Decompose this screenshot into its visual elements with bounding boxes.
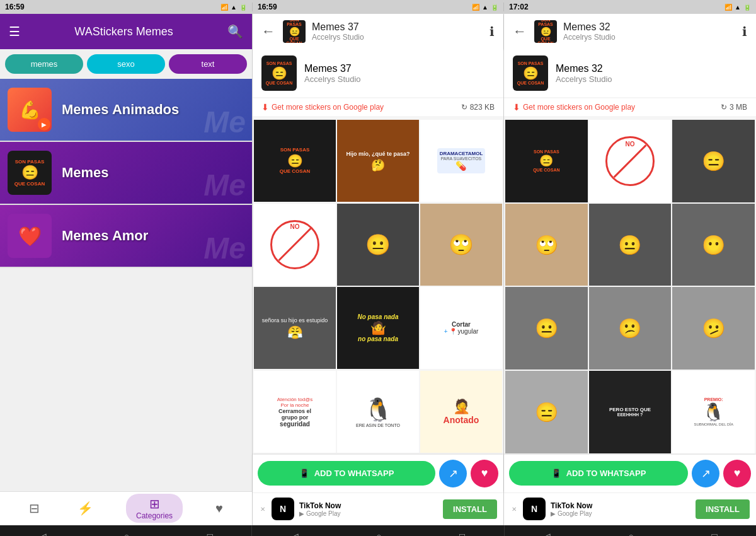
sticker-cell[interactable]: SON PASAS 😑 QUE COSAN [254,120,336,202]
android-nav-left: ◁ ○ □ [0,525,252,536]
back-arrow-right[interactable]: ← [513,23,527,40]
status-left: 16:59 📶 ▲ 🔋 [0,3,252,11]
home-btn-right[interactable]: ○ [623,528,639,536]
mid-download-link[interactable]: ⬇ Get more stickers on Google play [261,102,454,112]
main-content: ☰ WAStickers Memes 🔍 memes sexo text 💪 ▶ [0,14,756,525]
home-btn-left[interactable]: ○ [119,528,135,536]
refresh-icon-mid: ↻ [461,103,467,112]
right-add-wa-button[interactable]: 📱 ADD TO WHATSAPP [509,461,688,486]
sticker-cell[interactable]: 😑 [672,120,755,202]
sticker-cell[interactable]: Hijo mío, ¿qué te pasa? 🤔 [337,120,419,202]
mid-big-thumb: SON PASAS 😑 QUE COSAN [261,55,297,91]
nav-item-fav[interactable]: ♥ [210,499,228,518]
recents-btn-left[interactable]: □ [202,528,218,536]
left-panel: ☰ WAStickers Memes 🔍 memes sexo text 💪 ▶ [0,14,252,525]
mid-ad-close[interactable]: ✕ [259,504,266,514]
sticker-cell[interactable]: Atención tod@s Por la noche Cerramos el … [254,371,336,453]
sticker-cell[interactable]: 🙄 [420,204,502,286]
nav-item-home[interactable]: ⊟ [24,498,45,518]
nav-item-categories[interactable]: ⊞ Categories [126,494,183,523]
mid-ad-icon: N [272,498,294,520]
mid-sticker-grid: SON PASAS 😑 QUE COSAN Hijo mío, ¿qué te … [253,119,503,455]
sticker-cell[interactable]: 🤦 Anotado [420,371,502,453]
sticker-cell[interactable]: 😐 [589,204,672,286]
recents-btn-mid[interactable]: □ [454,528,470,536]
app-title: WAStickers Memes [74,25,173,38]
cat-btn-memes[interactable]: memes [5,54,83,74]
back-arrow-mid[interactable]: ← [261,23,275,40]
sticker-cell[interactable]: 🐧 ERE ASIN DE TONTO [337,371,419,453]
mid-add-wa-button[interactable]: 📱 ADD TO WHATSAPP [258,461,435,486]
cat-btn-text[interactable]: text [169,54,247,74]
recents-btn-right[interactable]: □ [706,528,722,536]
app-container: 16:59 📶 ▲ 🔋 16:59 📶 ▲ 🔋 17:02 📶 ▲ 🔋 [0,0,756,536]
right-share-button[interactable]: ↗ [692,460,719,487]
sticker-cell[interactable]: Cortar + 📍 yugular [420,287,502,369]
signal-icon-mid: 📶 [472,4,479,11]
sticker-cell[interactable]: señora su hijo es estupido 😤 [254,287,336,369]
icons-mid: 📶 ▲ 🔋 [472,4,498,11]
sticker-cell[interactable]: 😶 [672,204,755,286]
right-ad-close[interactable]: ✕ [510,504,518,514]
mid-share-button[interactable]: ↗ [439,460,467,487]
sticker-cell[interactable]: NO [589,120,672,202]
mid-size-text: 823 KB [470,103,495,112]
pack-name-animated: Memes Animados [62,102,179,118]
right-ad-bar: ✕ N TikTok Now ▶ Google Play INSTALL [504,492,756,525]
nav-item-lightning[interactable]: ⚡ [72,498,98,518]
mid-ad-store: ▶ Google Play [299,510,438,517]
sticker-cell[interactable]: PREMIO: 🐧 SUBNORMAL DEL DÍA [672,371,755,453]
time-left: 16:59 [5,3,25,11]
right-ad-info: TikTok Now ▶ Google Play [551,501,690,517]
sticker-cell[interactable]: No pasa nada 🤷 no pasa nada [337,287,419,369]
battery-icon-right: 🔋 [743,4,751,11]
share-icon-mid: ↗ [449,467,458,481]
sticker-cell[interactable]: 😑 [505,371,588,453]
mid-add-bar: 📱 ADD TO WHATSAPP ↗ ♥ [253,455,503,492]
refresh-icon-right: ↻ [721,103,727,112]
sticker-cell[interactable]: 😐 [337,204,419,286]
home-btn-mid[interactable]: ○ [371,528,387,536]
mid-pack-info-row: SON PASAS 😑 QUE COSAN Memes 37 Accelrys … [253,49,503,97]
download-icon-right: ⬇ [513,102,520,112]
mid-ad-bar: ✕ N TikTok Now ▶ Google Play INSTALL [253,492,503,525]
mid-fav-button[interactable]: ♥ [471,460,498,487]
download-icon-mid: ⬇ [261,102,269,112]
cat-btn-sexo[interactable]: sexo [87,54,165,74]
hamburger-icon[interactable]: ☰ [9,24,20,39]
battery-icon: 🔋 [239,4,247,11]
wifi-icon-mid: ▲ [482,4,488,11]
pack-item-animated[interactable]: 💪 ▶ Memes Animados Me [0,79,252,142]
sticker-cell[interactable]: 😐 [505,287,588,370]
android-nav-right: ◁ ○ □ [505,525,756,536]
sticker-cell[interactable]: 🫤 [672,287,755,370]
right-download-link[interactable]: ⬇ Get more stickers on Google play [513,102,713,112]
sticker-cell[interactable]: NO [254,204,336,286]
wifi-icon-right: ▲ [735,4,741,11]
right-ad-name: TikTok Now [551,501,690,510]
sticker-cell[interactable]: PERO ESTO QUE EEEHHHH ? [589,371,672,453]
middle-panel: ← SON PASAS 😑 QUE COSAN Memes 37 Accelry… [252,14,504,525]
sticker-cell[interactable]: SON PASAS 😑 QUE COSAN [505,120,588,202]
sticker-cell[interactable]: 😕 [589,287,672,370]
status-mid: 16:59 📶 ▲ 🔋 [252,3,504,11]
pack-item-memes[interactable]: SON PASAS 😑 QUE COSAN Memes Me [0,142,252,205]
mid-install-button[interactable]: INSTALL [443,499,497,519]
right-big-info: Memes 32 Accelrys Studio [556,63,747,84]
right-pack-title: Memes 32 [563,21,742,33]
back-btn-right[interactable]: ◁ [538,528,556,536]
back-btn-left[interactable]: ◁ [34,528,52,536]
right-big-subtitle: Accelrys Studio [556,74,747,84]
info-icon-mid[interactable]: ℹ [490,24,495,39]
right-install-button[interactable]: INSTALL [696,499,750,519]
pack-item-amor[interactable]: ❤️ Memes Amor Me [0,205,252,268]
back-btn-mid[interactable]: ◁ [286,528,304,536]
amor-thumb: ❤️ [8,214,52,258]
status-bar: 16:59 📶 ▲ 🔋 16:59 📶 ▲ 🔋 17:02 📶 ▲ 🔋 [0,0,756,14]
sticker-cell[interactable]: DRAMACETAMOL PARA SUAVECITOS 💊 [420,120,502,202]
sticker-cell[interactable]: 🙄 [505,204,588,286]
right-ad-store: ▶ Google Play [551,510,690,517]
info-icon-right[interactable]: ℹ [742,24,747,39]
right-fav-button[interactable]: ♥ [723,460,751,487]
search-icon[interactable]: 🔍 [227,24,243,39]
